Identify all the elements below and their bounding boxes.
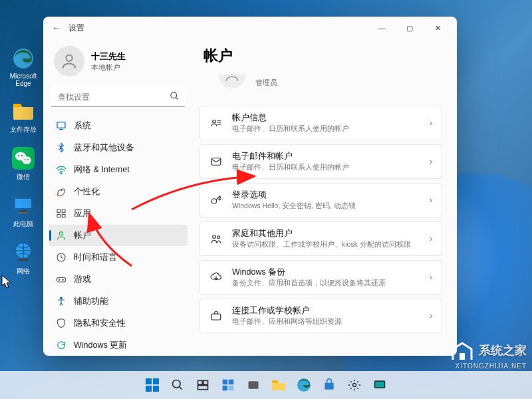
svg-rect-50 bbox=[203, 380, 208, 384]
back-button[interactable]: ← bbox=[49, 23, 65, 33]
sidebar-item-apps[interactable]: 应用 bbox=[49, 203, 188, 224]
settings-card-list: 帐户信息 电子邮件、日历和联系人使用的帐户 › 电子邮件和帐户 电子邮件、日历和… bbox=[200, 106, 442, 333]
svg-point-7 bbox=[25, 159, 26, 160]
watermark: 系统之家 XITONGZHIJIA.NET bbox=[449, 340, 527, 370]
svg-line-48 bbox=[180, 387, 182, 390]
card-title: Windows 备份 bbox=[232, 267, 420, 278]
network-globe-icon bbox=[11, 241, 35, 265]
personalize-icon bbox=[55, 186, 67, 198]
svg-rect-49 bbox=[198, 380, 203, 384]
close-button[interactable]: ✕ bbox=[424, 18, 452, 38]
card-title: 帐户信息 bbox=[232, 112, 420, 124]
sidebar-item-gaming[interactable]: 游戏 bbox=[49, 269, 188, 290]
edge-icon bbox=[11, 47, 35, 70]
sidebar-item-label: 系统 bbox=[74, 120, 91, 132]
card-work[interactable]: 连接工作或学校帐户 电子邮件、应用和网络等组织资源 › bbox=[200, 299, 442, 333]
explorer-icon[interactable] bbox=[267, 374, 290, 396]
settings-taskbar-icon[interactable] bbox=[343, 374, 366, 396]
svg-rect-51 bbox=[198, 386, 208, 390]
chevron-right-icon: › bbox=[430, 273, 432, 282]
widgets-icon[interactable] bbox=[217, 374, 239, 396]
svg-rect-42 bbox=[460, 353, 465, 360]
gaming-icon bbox=[55, 273, 67, 285]
sidebar-item-personalize[interactable]: 个性化 bbox=[49, 181, 188, 202]
apps-icon bbox=[55, 207, 67, 219]
maximize-button[interactable]: ▢ bbox=[396, 18, 424, 38]
nav-list: 系统 蓝牙和其他设备 网络 & Internet 个性化 应用 帐户 时间和语言… bbox=[49, 115, 188, 356]
sidebar-item-accessibility[interactable]: 辅助功能 bbox=[49, 291, 188, 312]
sidebar-item-network[interactable]: 网络 & Internet bbox=[49, 159, 188, 180]
folder-icon bbox=[11, 99, 35, 123]
settings-window: ← 设置 — ▢ ✕ 十三先生 本地帐户 bbox=[43, 17, 457, 356]
svg-rect-53 bbox=[229, 380, 234, 385]
svg-point-5 bbox=[18, 155, 19, 156]
svg-point-4 bbox=[22, 156, 31, 164]
user-subtitle: 本地帐户 bbox=[91, 63, 126, 72]
network-icon bbox=[55, 164, 67, 176]
card-signin[interactable]: 登录选项 Windows Hello, 安全密钥, 密码, 动态锁 › bbox=[200, 183, 442, 217]
desktop-icon-files[interactable]: 文件存放 bbox=[7, 99, 40, 134]
sidebar-item-accounts[interactable]: 帐户 bbox=[49, 225, 188, 246]
card-title: 登录选项 bbox=[232, 190, 420, 201]
desktop-icon-network[interactable]: 网络 bbox=[7, 241, 40, 276]
card-info[interactable]: 帐户信息 电子邮件、日历和联系人使用的帐户 › bbox=[200, 106, 442, 140]
titlebar[interactable]: ← 设置 — ▢ ✕ bbox=[43, 17, 457, 39]
chevron-right-icon: › bbox=[430, 157, 432, 166]
desktop-icon-thispc[interactable]: 此电脑 bbox=[7, 194, 40, 229]
svg-rect-23 bbox=[62, 209, 65, 213]
desktop-icon-wechat[interactable]: 微信 bbox=[7, 146, 40, 182]
sidebar-item-label: 时间和语言 bbox=[74, 252, 117, 263]
sidebar-item-label: 辅助功能 bbox=[74, 296, 108, 307]
sidebar-item-label: 网络 & Internet bbox=[74, 164, 130, 176]
accessibility-icon bbox=[55, 295, 67, 307]
svg-point-47 bbox=[173, 380, 181, 388]
start-button[interactable] bbox=[141, 374, 164, 396]
card-subtitle: Windows Hello, 安全密钥, 密码, 动态锁 bbox=[232, 201, 420, 211]
admin-label: 管理员 bbox=[255, 78, 277, 88]
backup-icon bbox=[209, 271, 223, 284]
desktop-icon-label: 此电脑 bbox=[13, 219, 33, 229]
info-icon bbox=[209, 116, 223, 130]
task-view-icon[interactable] bbox=[192, 374, 214, 396]
svg-rect-24 bbox=[57, 214, 61, 217]
sidebar-item-privacy[interactable]: 隐私和安全性 bbox=[49, 313, 188, 334]
card-email[interactable]: 电子邮件和帐户 电子邮件、日历和联系人使用的帐户 › bbox=[200, 144, 442, 179]
search-box[interactable] bbox=[51, 87, 185, 107]
chevron-right-icon: › bbox=[430, 118, 432, 128]
svg-point-29 bbox=[59, 279, 60, 280]
sidebar-item-label: 隐私和安全性 bbox=[74, 318, 126, 329]
svg-point-6 bbox=[21, 155, 23, 156]
svg-rect-14 bbox=[19, 259, 28, 261]
sidebar-item-label: Windows 更新 bbox=[74, 340, 127, 351]
desktop-icon-edge[interactable]: Microsoft Edge bbox=[7, 47, 40, 87]
search-input[interactable] bbox=[51, 87, 185, 107]
card-backup[interactable]: Windows 备份 备份文件、应用和首选项，以便跨设备将其还原 › bbox=[200, 260, 442, 295]
family-icon bbox=[209, 232, 223, 245]
svg-rect-41 bbox=[211, 314, 221, 320]
sidebar-item-label: 个性化 bbox=[74, 186, 100, 198]
sidebar-item-system[interactable]: 系统 bbox=[49, 115, 188, 136]
taskbar-search-icon[interactable] bbox=[166, 374, 189, 396]
edge-taskbar-icon[interactable] bbox=[293, 374, 315, 396]
svg-point-31 bbox=[61, 297, 63, 299]
admin-row: 管理员 bbox=[200, 68, 442, 96]
svg-point-15 bbox=[66, 55, 72, 61]
card-family[interactable]: 家庭和其他用户 设备访问权限、工作或学校用户、kiosk 分配的访问权限 › bbox=[200, 221, 442, 256]
sidebar-item-time[interactable]: 时间和语言 bbox=[49, 247, 188, 268]
taskbar-app-icon[interactable] bbox=[242, 374, 265, 396]
store-icon[interactable] bbox=[318, 374, 340, 396]
taskbar-app-icon[interactable] bbox=[368, 374, 391, 396]
user-profile[interactable]: 十三先生 本地帐户 bbox=[49, 42, 188, 80]
card-title: 连接工作或学校帐户 bbox=[232, 305, 420, 317]
card-subtitle: 电子邮件、日历和联系人使用的帐户 bbox=[232, 163, 420, 172]
svg-rect-44 bbox=[153, 378, 159, 384]
minimize-button[interactable]: — bbox=[368, 18, 396, 38]
sidebar-item-bluetooth[interactable]: 蓝牙和其他设备 bbox=[49, 137, 188, 158]
window-title: 设置 bbox=[68, 23, 84, 34]
svg-point-26 bbox=[59, 232, 63, 235]
sidebar-item-label: 游戏 bbox=[74, 274, 91, 285]
taskbar[interactable] bbox=[0, 371, 532, 399]
svg-rect-43 bbox=[146, 378, 152, 384]
svg-rect-46 bbox=[153, 386, 159, 392]
sidebar-item-update[interactable]: Windows 更新 bbox=[49, 334, 188, 356]
